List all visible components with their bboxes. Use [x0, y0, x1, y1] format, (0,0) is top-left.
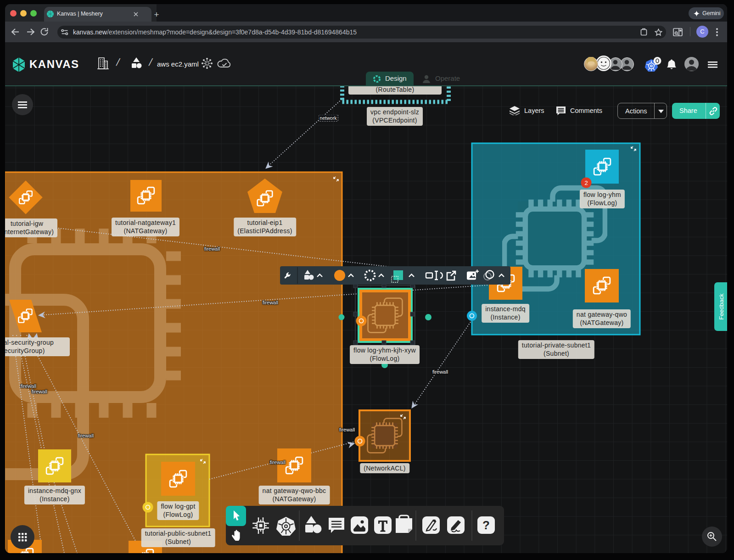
svg-text:?: ? — [482, 518, 490, 532]
svg-text:2: 2 — [584, 179, 588, 186]
